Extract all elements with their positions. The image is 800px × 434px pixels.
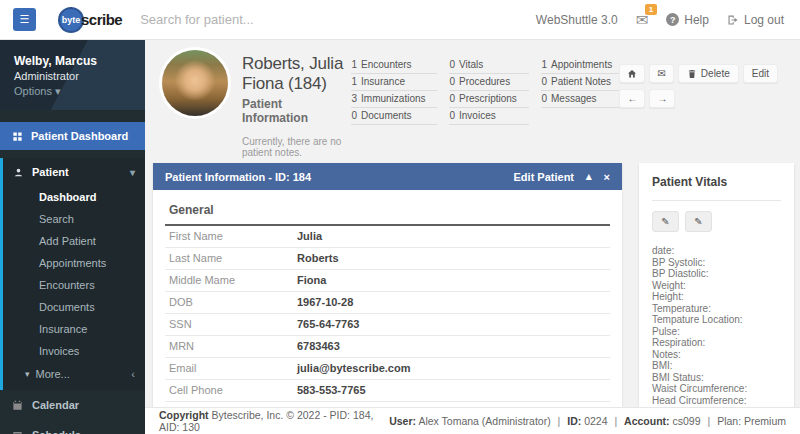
- stat-label: Prescriptions: [459, 93, 517, 104]
- person-icon: [13, 167, 24, 178]
- caret-down-icon: ▾: [55, 85, 61, 97]
- field-label: Last Name: [169, 252, 297, 264]
- vitals-buttons: ✎ ✎: [652, 211, 781, 232]
- sidebar-subitem-invoices[interactable]: Invoices: [3, 340, 145, 362]
- stat-messages[interactable]: 0Messages: [541, 91, 619, 108]
- main-content: Roberts, Julia Fiona (184) Patient Infor…: [145, 40, 800, 407]
- field-value: 1967-10-28: [297, 296, 353, 308]
- close-icon[interactable]: ×: [604, 171, 610, 183]
- id-label: ID:: [567, 415, 581, 427]
- sidebar-subitem-documents[interactable]: Documents: [3, 296, 145, 318]
- field-row-email: Email julia@bytescribe.com: [165, 358, 610, 380]
- patient-card-header: Patient Information - ID: 184 Edit Patie…: [153, 163, 622, 190]
- general-section-label: General: [165, 200, 610, 226]
- sidebar-subitem-appointments[interactable]: Appointments: [3, 252, 145, 274]
- home-button[interactable]: [619, 64, 645, 83]
- sidebar-subitem-insurance[interactable]: Insurance: [3, 318, 145, 340]
- sidebar-subitem-encounters[interactable]: Encounters: [3, 274, 145, 296]
- account-value: cs099: [673, 415, 701, 427]
- stat-count: 1: [351, 76, 357, 87]
- trash-icon: [687, 69, 697, 79]
- stat-procedures[interactable]: 0Procedures: [449, 74, 529, 91]
- field-row-last-name: Last Name Roberts: [165, 248, 610, 270]
- sidebar-item-patient-dashboard[interactable]: Patient Dashboard: [0, 122, 145, 150]
- stats-column-2: 0Vitals 0Procedures 0Prescriptions 0Invo…: [449, 57, 529, 125]
- separator: |: [558, 415, 561, 427]
- vitals-edit-button-2[interactable]: ✎: [685, 211, 712, 232]
- patient-name-block: Roberts, Julia Fiona (184) Patient Infor…: [242, 50, 347, 158]
- patient-subtitle: Patient Information: [242, 97, 347, 125]
- field-label: First Name: [169, 230, 297, 242]
- stats-column-3: 1Appointments 0Patient Notes 0Messages: [541, 57, 619, 125]
- stat-documents[interactable]: 0Documents: [351, 108, 437, 125]
- field-value: Roberts: [297, 252, 339, 264]
- stat-encounters[interactable]: 1Encounters: [351, 57, 437, 74]
- hamburger-menu-button[interactable]: ☰: [13, 8, 36, 31]
- separator: |: [707, 415, 710, 427]
- sidebar-subitem-add-patient[interactable]: Add Patient: [3, 230, 145, 252]
- version-label: WebShuttle 3.0: [536, 13, 618, 27]
- stat-label: Immunizations: [361, 93, 425, 104]
- app-logo[interactable]: byte scribe: [58, 7, 122, 33]
- sidebar-user-role: Administrator: [14, 70, 131, 82]
- chevron-down-icon: ▾: [130, 167, 135, 178]
- footer-copyright: CopyrightBytescribe, Inc. © 2022 - PID: …: [159, 409, 389, 433]
- stat-invoices[interactable]: 0Invoices: [449, 108, 529, 125]
- next-patient-button[interactable]: →: [649, 89, 675, 108]
- sidebar-subitem-search[interactable]: Search: [3, 208, 145, 230]
- edit-patient-button[interactable]: Edit: [743, 64, 778, 83]
- options-label: Options: [14, 85, 52, 97]
- footer: CopyrightBytescribe, Inc. © 2022 - PID: …: [145, 407, 800, 434]
- stat-vitals[interactable]: 0Vitals: [449, 57, 529, 74]
- patient-stats: 1Encounters 1Insurance 3Immunizations 0D…: [351, 50, 619, 125]
- top-bar: ☰ byte scribe WebShuttle 3.0 ✉ 1 ? Help …: [0, 0, 800, 40]
- sidebar-subitem-more[interactable]: ▾ More... ‹: [3, 362, 145, 386]
- stat-immunizations[interactable]: 3Immunizations: [351, 91, 437, 108]
- delete-label: Delete: [701, 68, 730, 79]
- grid-icon: [12, 131, 23, 142]
- cards-row: Patient Information - ID: 184 Edit Patie…: [145, 158, 800, 407]
- arrow-right-icon: →: [657, 93, 667, 104]
- sidebar-user-panel: Welby, Marcus Administrator Options ▾: [0, 40, 145, 110]
- chevron-down-icon: ▾: [25, 369, 30, 379]
- sidebar-item-schedule[interactable]: Schedule: [0, 420, 145, 434]
- help-icon: ?: [666, 13, 679, 26]
- previous-patient-button[interactable]: ←: [619, 89, 645, 108]
- stat-insurance[interactable]: 1Insurance: [351, 74, 437, 91]
- stat-patient-notes[interactable]: 0Patient Notes: [541, 74, 619, 91]
- collapse-icon[interactable]: ▴: [586, 170, 592, 183]
- stat-count: 0: [541, 93, 547, 104]
- stat-count: 1: [351, 59, 357, 70]
- patient-card-body: General First Name Julia Last Name Rober…: [153, 190, 622, 407]
- sidebar-item-label: Patient: [32, 166, 69, 178]
- stat-appointments[interactable]: 1Appointments: [541, 57, 619, 74]
- stat-prescriptions[interactable]: 0Prescriptions: [449, 91, 529, 108]
- topbar-right: WebShuttle 3.0 ✉ 1 ? Help Log out: [536, 11, 800, 29]
- sidebar-subitem-dashboard[interactable]: Dashboard: [3, 186, 145, 208]
- field-value: 583-553-7765: [297, 384, 366, 396]
- stat-label: Appointments: [551, 59, 612, 70]
- patient-avatar: [162, 50, 228, 116]
- sidebar-options-dropdown[interactable]: Options ▾: [14, 85, 131, 98]
- stat-label: Vitals: [459, 59, 483, 70]
- sidebar-patient-section: Patient ▾ Dashboard Search Add Patient A…: [0, 158, 145, 390]
- stat-label: Procedures: [459, 76, 510, 87]
- vitals-edit-button-1[interactable]: ✎: [652, 211, 679, 232]
- help-button[interactable]: ? Help: [666, 13, 709, 27]
- logout-button[interactable]: Log out: [727, 13, 784, 27]
- sidebar-item-calendar[interactable]: Calendar: [0, 390, 145, 420]
- message-patient-button[interactable]: ✉: [649, 64, 673, 83]
- stat-label: Invoices: [459, 110, 496, 121]
- delete-patient-button[interactable]: Delete: [678, 64, 739, 83]
- edit-patient-link[interactable]: Edit Patient: [514, 171, 575, 183]
- messages-button[interactable]: ✉ 1: [636, 11, 649, 29]
- sidebar-item-patient[interactable]: Patient ▾: [3, 158, 145, 186]
- patient-information-card: Patient Information - ID: 184 Edit Patie…: [153, 163, 622, 407]
- separator: |: [614, 415, 617, 427]
- field-value: julia@bytescribe.com: [297, 362, 410, 374]
- user-label: User:: [389, 415, 416, 427]
- patient-search-input[interactable]: [140, 12, 400, 27]
- pencil-icon: ✎: [694, 216, 702, 227]
- stat-label: Documents: [361, 110, 412, 121]
- stat-label: Messages: [551, 93, 597, 104]
